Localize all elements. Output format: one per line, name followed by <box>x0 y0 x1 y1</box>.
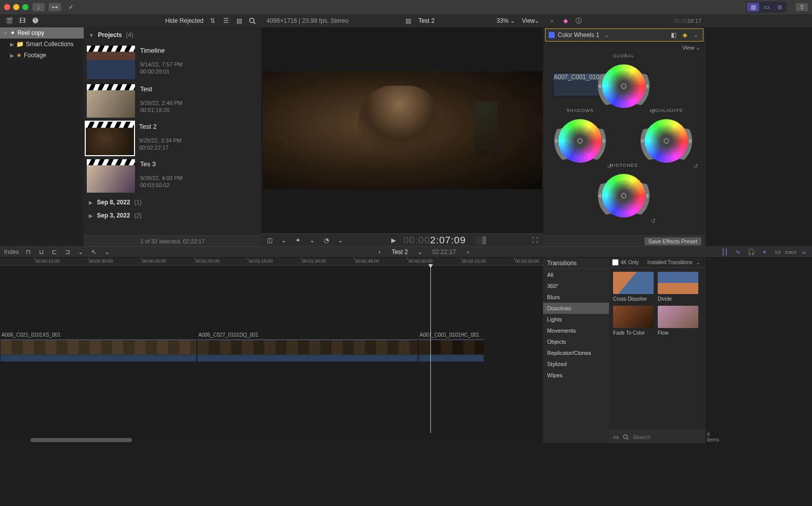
solo-icon[interactable]: 🎧 <box>747 248 755 256</box>
disclosure-triangle-icon[interactable]: ▶ <box>10 42 14 47</box>
installed-filter-dropdown[interactable]: Installed Transitions <box>648 260 692 265</box>
connect-clip-icon[interactable]: ⊓ <box>24 248 32 256</box>
transitions-category[interactable]: Lights <box>543 314 609 325</box>
snapping-icon[interactable]: ⌖ <box>760 248 768 256</box>
timeline-history-back-icon[interactable]: ‹ <box>376 248 384 256</box>
chevron-down-icon[interactable]: ⌄ <box>280 236 288 244</box>
transform-tool-icon[interactable]: ◫ <box>265 236 274 244</box>
effects-browser-icon[interactable]: ▭ <box>773 248 782 256</box>
chevron-down-icon[interactable]: ⌄ <box>692 31 700 39</box>
transition-item[interactable]: Cross Dissolve <box>613 272 654 302</box>
color-wheel-highlights[interactable]: HIGHLIGHTS ↺ <box>640 108 692 167</box>
browser-date-group[interactable]: ▶ Sep 3, 2022 (2) <box>84 209 261 222</box>
video-inspector-icon[interactable]: ▫ <box>548 17 556 25</box>
checkbox-enabled-icon[interactable] <box>549 32 555 38</box>
timeline-name[interactable]: Test 2 <box>392 248 408 256</box>
transitions-category[interactable]: All <box>543 269 609 280</box>
disclosure-triangle-icon[interactable]: ▶ <box>10 53 14 58</box>
close-window-icon[interactable] <box>4 4 10 10</box>
transitions-category[interactable]: Movements <box>543 325 609 336</box>
layout-browser-button[interactable]: ▦ <box>747 3 759 12</box>
sidebar-library-row[interactable]: ▼ ✦ Reel copy <box>0 27 84 39</box>
viewer-canvas[interactable] <box>261 27 543 233</box>
clip-stack-icon[interactable]: ▤ <box>404 17 412 25</box>
mask-icon[interactable]: ◧ <box>669 31 678 39</box>
search-icon[interactable] <box>248 17 256 25</box>
background-tasks-button[interactable]: ✓ <box>65 3 77 11</box>
transitions-category[interactable]: Replicator/Clones <box>543 347 609 358</box>
layout-inspector-button[interactable]: ⎚ <box>773 3 786 12</box>
color-inspector-icon[interactable]: ◆ <box>561 17 569 25</box>
share-button[interactable]: ⇪ <box>796 3 808 11</box>
fullscreen-window-icon[interactable] <box>22 4 28 10</box>
photos-icon[interactable]: 🎞 <box>18 17 26 25</box>
project-row[interactable]: Test 9/28/22, 2:49 PM 00:01:18:20 <box>84 82 261 120</box>
project-row[interactable]: Timeline 9/14/22, 7:57 PM 00:00:28:01 <box>84 44 261 81</box>
import-button[interactable]: ↓ <box>32 3 45 11</box>
append-clip-icon[interactable]: ⊏ <box>50 248 58 256</box>
chevron-down-icon[interactable]: ⌄ <box>416 248 424 256</box>
transitions-category[interactable]: Objects <box>543 336 609 347</box>
timeline-scrollbar[interactable] <box>30 438 132 442</box>
transitions-category[interactable]: Blurs <box>543 292 609 303</box>
chevron-down-icon[interactable]: ⌄ <box>77 248 85 256</box>
titles-icon[interactable]: 🅣 <box>31 17 40 25</box>
transitions-browser-icon[interactable]: ▭▭ <box>787 248 795 256</box>
sidebar-footage[interactable]: ▶ ★ Footage <box>0 50 84 61</box>
chevron-down-icon[interactable]: ⌄ <box>509 17 517 25</box>
timeline-history-fwd-icon[interactable]: › <box>464 248 472 256</box>
transition-item[interactable]: Flow <box>658 306 698 336</box>
audio-skimming-icon[interactable]: ∿ <box>734 248 742 256</box>
timeline-clip[interactable]: A007_C001_0101HC_001 <box>418 339 484 362</box>
color-wheel-midtones[interactable]: MIDTONES ↺ <box>598 163 650 222</box>
project-row[interactable]: Test 2 9/28/22, 3:34 PM 00:02:22:17 <box>84 121 261 156</box>
chevron-down-icon[interactable]: ⌄ <box>602 31 611 39</box>
keyword-button[interactable]: ⊶ <box>49 3 61 11</box>
disclosure-triangle-icon[interactable]: ▶ <box>89 213 93 219</box>
keyframe-icon[interactable]: ◆ <box>681 31 689 39</box>
transition-item[interactable]: Divide <box>658 272 698 302</box>
disclosure-triangle-icon[interactable]: ▼ <box>89 32 94 38</box>
retime-tool-icon[interactable]: ◔ <box>322 236 330 244</box>
chevron-down-icon[interactable]: ⌄ <box>308 236 316 244</box>
library-icon[interactable]: 🎬 <box>5 17 13 25</box>
chevron-down-icon[interactable]: ⌄ <box>694 259 702 267</box>
info-inspector-icon[interactable]: ⓘ <box>574 17 583 25</box>
chevron-down-icon[interactable]: ⌄ <box>336 236 345 244</box>
transitions-toggle-icon[interactable]: ⨝ <box>800 248 808 256</box>
clip-filter-dropdown[interactable]: Hide Rejected <box>165 17 204 24</box>
theme-filter-icon[interactable]: ▭ <box>613 433 619 441</box>
color-wheel-global[interactable]: GLOBAL ↺ <box>598 53 650 112</box>
viewer-zoom[interactable]: 33% <box>496 17 509 24</box>
chevron-down-icon[interactable]: ⌄ <box>535 17 543 25</box>
playhead[interactable] <box>430 266 431 433</box>
sidebar-smart-collections[interactable]: ▶ 📁 Smart Collections <box>0 39 84 50</box>
project-row[interactable]: Tes 3 9/28/22, 4:03 PM 00:03:50:02 <box>84 157 261 195</box>
transitions-category[interactable]: Wipes <box>543 370 609 381</box>
transitions-search-input[interactable] <box>633 434 703 440</box>
timeline-ruler[interactable]: 00:00:15:00 00:00:30:00 00:00:45:00 00:0… <box>0 258 543 266</box>
browser-date-group[interactable]: ▶ Sep 8, 2022 (1) <box>84 196 261 209</box>
transition-item[interactable]: Fade To Color <box>613 306 654 336</box>
transitions-category[interactable]: Stylized <box>543 358 609 370</box>
transitions-category[interactable]: Dissolves <box>543 303 609 314</box>
list-view-icon[interactable]: ☰ <box>222 17 230 25</box>
timeline-clip[interactable]: A006_C021_0101XS_001 <box>0 339 197 362</box>
filmstrip-view-icon[interactable]: ▤ <box>235 17 243 25</box>
timeline-index-button[interactable]: Index <box>4 248 19 256</box>
reset-icon[interactable]: ↺ <box>693 163 698 170</box>
4k-only-checkbox[interactable] <box>612 259 619 266</box>
viewer-view-menu[interactable]: View <box>517 17 535 24</box>
play-icon[interactable]: ▶ <box>389 236 397 244</box>
insert-clip-icon[interactable]: ⊔ <box>37 248 45 256</box>
disclosure-triangle-icon[interactable]: ▼ <box>3 30 8 36</box>
minimize-window-icon[interactable] <box>13 4 19 10</box>
arrow-tool-icon[interactable]: ↖ <box>90 248 98 256</box>
timeline-panel[interactable]: 00:00:15:00 00:00:30:00 00:00:45:00 00:0… <box>0 258 543 443</box>
enhance-tool-icon[interactable]: ✦ <box>294 236 302 244</box>
viewer-timecode[interactable]: 00:002:07:09 <box>403 235 466 246</box>
skimming-icon[interactable]: ⎮⎮ <box>721 248 729 256</box>
disclosure-triangle-icon[interactable]: ▶ <box>89 200 93 205</box>
save-effects-preset-button[interactable]: Save Effects Preset <box>645 237 701 245</box>
color-correction-selector[interactable]: Color Wheels 1 ⌄ ◧ ◆ ⌄ <box>545 28 703 42</box>
